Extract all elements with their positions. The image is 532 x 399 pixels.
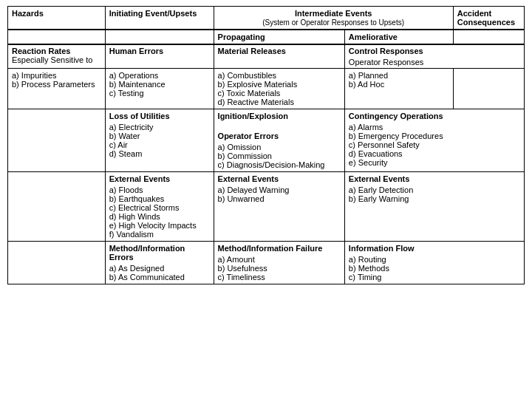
- ext-events-items-3: a) Early Detection b) Early Warning: [349, 185, 520, 203]
- header-intermediate: Intermediate Events (System or Operator …: [214, 7, 453, 30]
- method-failure-items: a) Amount b) Usefulness c) Timeliness: [218, 255, 341, 282]
- ameliorative-row4: Information Flow a) Routing b) Methods c…: [344, 242, 524, 284]
- initiating-row4: Method/Information Errors a) As Designed…: [105, 242, 214, 284]
- contingency-label: Contingency Operations: [349, 112, 520, 120]
- ext-events-items-1: a) Floods b) Earthquakes c) Electrical S…: [109, 185, 210, 239]
- ext-events-items-2: a) Delayed Warning b) Unwarned: [218, 185, 341, 203]
- operator-responses-label: Operator Responses: [349, 58, 520, 66]
- method-errors-label: Method/Information Errors: [109, 244, 210, 262]
- operator-errors-label: Operator Errors: [218, 132, 341, 140]
- header-initiating: Initiating Event/Upsets: [105, 7, 214, 30]
- propagating-row2: Ignition/Explosion Operator Errors a) Om…: [214, 109, 344, 172]
- empty-cell-3: [453, 30, 524, 44]
- reaction-rates-cell: Reaction Rates Especially Sensitive to: [8, 44, 106, 69]
- hazards-row1: a) Impurities b) Process Parameters: [8, 69, 106, 109]
- loss-utilities-label: Loss of Utilities: [109, 112, 210, 120]
- human-errors-cell: Human Errors: [105, 44, 214, 69]
- header-accident: Accident Consequences: [453, 7, 524, 30]
- especially-label: Especially Sensitive to: [12, 55, 101, 64]
- human-errors-label: Human Errors: [109, 47, 210, 55]
- initiating-row2: Loss of Utilities a) Electricity b) Wate…: [105, 109, 214, 172]
- control-responses-label: Control Responses: [349, 47, 520, 55]
- hazards-row3: [8, 172, 106, 242]
- header-hazards: Hazards: [8, 7, 106, 30]
- ext-events-label-2: External Events: [218, 174, 341, 183]
- control-responses-cell: Control Responses Operator Responses: [344, 44, 524, 69]
- intermediate-label: Intermediate Events: [295, 9, 372, 18]
- contingency-items: a) Alarms b) Emergency Procedures c) Per…: [349, 123, 520, 167]
- info-flow-label: Information Flow: [349, 244, 520, 253]
- ameliorative-row1: a) Planned b) Ad Hoc: [344, 69, 453, 109]
- initiating-row1: a) Operations b) Maintenance c) Testing: [105, 69, 214, 109]
- empty-cell-1: [8, 30, 106, 44]
- ignition-label: Ignition/Explosion: [218, 112, 341, 120]
- sub-header-propagating: Propagating: [214, 30, 344, 44]
- hazards-row4: [8, 242, 106, 284]
- utilities-items: a) Electricity b) Water c) Air d) Steam: [109, 123, 210, 158]
- ext-events-label-3: External Events: [349, 174, 520, 183]
- empty-cell-2: [105, 30, 214, 44]
- accident-row1: [453, 69, 524, 109]
- ext-events-label-1: External Events: [109, 174, 210, 183]
- initiating-row3: External Events a) Floods b) Earthquakes…: [105, 172, 214, 242]
- propagating-label: Propagating: [218, 33, 265, 41]
- hazards-row2: [8, 109, 106, 172]
- operator-errors-items: a) Omission b) Commission c) Diagnosis/D…: [218, 143, 341, 169]
- propagating-row3: External Events a) Delayed Warning b) Un…: [214, 172, 344, 242]
- ameliorative-label: Ameliorative: [349, 33, 398, 41]
- material-releases-cell: Material Releases: [214, 44, 344, 69]
- reaction-rates-label: Reaction Rates: [12, 47, 101, 55]
- ameliorative-row2: Contingency Operations a) Alarms b) Emer…: [344, 109, 524, 172]
- info-flow-items: a) Routing b) Methods c) Timing: [349, 255, 520, 282]
- propagating-row4: Method/Information Failure a) Amount b) …: [214, 242, 344, 284]
- ameliorative-row3: External Events a) Early Detection b) Ea…: [344, 172, 524, 242]
- system-note: (System or Operator Responses to Upsets): [262, 18, 404, 27]
- method-failure-label: Method/Information Failure: [218, 244, 341, 253]
- method-errors-items: a) As Designed b) As Communicated: [109, 264, 210, 282]
- propagating-row1: a) Combustibles b) Explosive Materials c…: [214, 69, 344, 109]
- material-releases-label: Material Releases: [218, 47, 341, 55]
- sub-header-ameliorative: Ameliorative: [344, 30, 453, 44]
